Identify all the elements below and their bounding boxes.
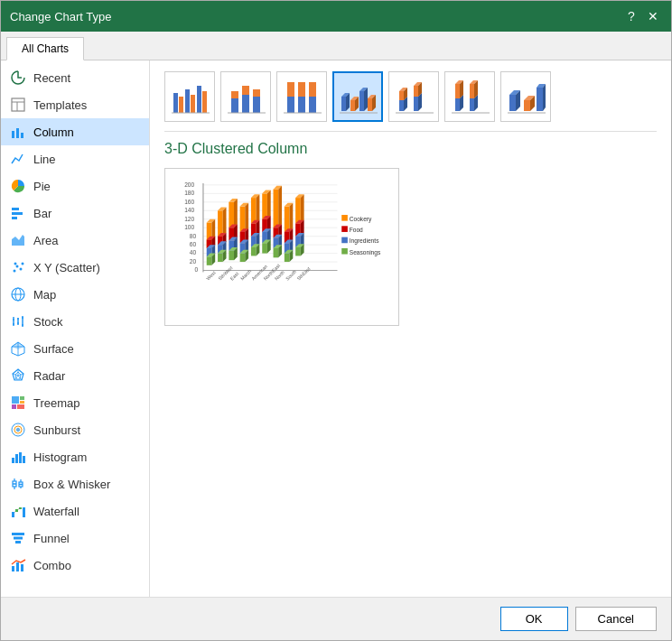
svg-rect-70 bbox=[173, 93, 178, 113]
chart-type-3d-stacked[interactable] bbox=[388, 71, 439, 122]
svg-point-11 bbox=[16, 265, 19, 268]
sidebar-label-bar: Bar bbox=[33, 207, 51, 220]
tab-all-charts[interactable]: All Charts bbox=[6, 37, 84, 60]
svg-text:60: 60 bbox=[190, 241, 197, 247]
svg-marker-225 bbox=[267, 190, 271, 219]
templates-icon bbox=[10, 97, 26, 113]
chart-types-row bbox=[164, 71, 657, 132]
svg-rect-0 bbox=[12, 98, 24, 111]
svg-rect-72 bbox=[185, 89, 190, 113]
sidebar-item-column[interactable]: Column bbox=[1, 118, 149, 145]
sidebar: Recent Templates bbox=[1, 60, 150, 597]
sidebar-item-funnel[interactable]: Funnel bbox=[1, 525, 149, 552]
sidebar-label-recent: Recent bbox=[33, 71, 70, 85]
svg-rect-74 bbox=[197, 86, 201, 113]
sidebar-item-xy[interactable]: X Y (Scatter) bbox=[1, 254, 149, 281]
chart-type-3d-100pct[interactable] bbox=[444, 71, 495, 122]
svg-rect-85 bbox=[287, 82, 294, 97]
svg-marker-172 bbox=[207, 256, 212, 265]
svg-rect-66 bbox=[15, 541, 21, 543]
chart-type-stacked-col[interactable] bbox=[220, 71, 271, 122]
svg-text:40: 40 bbox=[190, 249, 197, 255]
dialog-title: Change Chart Type bbox=[10, 10, 112, 23]
sidebar-item-surface[interactable]: Surface bbox=[1, 335, 149, 362]
help-button[interactable]: ? bbox=[622, 7, 640, 25]
svg-rect-84 bbox=[287, 97, 294, 113]
svg-marker-237 bbox=[278, 186, 282, 228]
close-button[interactable]: ✕ bbox=[644, 7, 662, 25]
sidebar-item-templates[interactable]: Templates bbox=[1, 91, 149, 118]
sidebar-item-waterfall[interactable]: Waterfall bbox=[1, 497, 149, 525]
svg-marker-117 bbox=[455, 98, 460, 111]
svg-rect-60 bbox=[19, 507, 22, 509]
sidebar-label-boxwhisker: Box & Whisker bbox=[33, 478, 110, 491]
sidebar-item-radar[interactable]: Radar bbox=[1, 362, 149, 389]
svg-marker-268 bbox=[295, 247, 301, 255]
svg-rect-67 bbox=[12, 566, 14, 571]
svg-marker-123 bbox=[470, 98, 474, 111]
sidebar-item-line[interactable]: Line bbox=[1, 145, 149, 172]
svg-marker-110 bbox=[414, 97, 418, 111]
svg-rect-284 bbox=[341, 237, 348, 244]
svg-marker-126 bbox=[470, 84, 474, 98]
svg-rect-50 bbox=[19, 452, 22, 463]
cancel-button[interactable]: Cancel bbox=[575, 607, 657, 631]
svg-rect-41 bbox=[12, 404, 16, 409]
svg-text:180: 180 bbox=[184, 190, 194, 196]
bar-icon bbox=[10, 205, 26, 221]
sidebar-item-boxwhisker[interactable]: Box & Whisker bbox=[1, 470, 149, 497]
svg-marker-104 bbox=[399, 100, 404, 111]
svg-rect-87 bbox=[298, 82, 305, 97]
svg-rect-3 bbox=[12, 131, 14, 138]
sidebar-item-pie[interactable]: Pie bbox=[1, 172, 149, 200]
svg-marker-220 bbox=[251, 247, 257, 255]
sidebar-item-area[interactable]: Area bbox=[1, 227, 149, 254]
svg-rect-78 bbox=[231, 91, 238, 98]
sidebar-item-stock[interactable]: Stock bbox=[1, 308, 149, 335]
svg-rect-4 bbox=[16, 128, 19, 138]
sidebar-item-recent[interactable]: Recent bbox=[1, 64, 149, 91]
svg-marker-235 bbox=[274, 190, 279, 228]
svg-point-12 bbox=[20, 268, 23, 271]
sidebar-item-histogram[interactable]: Histogram bbox=[1, 443, 149, 470]
svg-rect-88 bbox=[309, 97, 316, 113]
svg-marker-196 bbox=[229, 251, 234, 260]
svg-marker-120 bbox=[455, 84, 460, 98]
svg-rect-40 bbox=[20, 401, 24, 404]
svg-rect-64 bbox=[12, 533, 24, 535]
sidebar-item-treemap[interactable]: Treemap bbox=[1, 389, 149, 416]
svg-text:Seasonings: Seasonings bbox=[350, 249, 381, 256]
svg-marker-208 bbox=[240, 254, 246, 262]
sidebar-item-bar[interactable]: Bar bbox=[1, 200, 149, 227]
chart-selected-title: 3-D Clustered Column bbox=[164, 141, 657, 157]
svg-marker-259 bbox=[295, 198, 301, 223]
svg-marker-97 bbox=[359, 91, 364, 111]
surface-icon bbox=[10, 340, 26, 357]
sidebar-item-combo[interactable]: Combo bbox=[1, 552, 149, 579]
svg-marker-249 bbox=[290, 203, 294, 232]
chart-type-clustered-col[interactable] bbox=[164, 71, 215, 122]
svg-rect-6 bbox=[12, 208, 19, 210]
svg-text:80: 80 bbox=[190, 233, 197, 239]
sidebar-item-map[interactable]: Map bbox=[1, 281, 149, 308]
svg-text:Food: Food bbox=[350, 227, 363, 233]
treemap-icon bbox=[10, 395, 26, 411]
svg-marker-94 bbox=[350, 100, 355, 111]
sidebar-label-column: Column bbox=[33, 125, 74, 139]
chart-type-3d-column[interactable] bbox=[500, 71, 551, 122]
chart-type-3d-clustered[interactable] bbox=[332, 71, 383, 122]
svg-text:120: 120 bbox=[184, 216, 194, 222]
svg-rect-51 bbox=[23, 456, 25, 463]
histogram-icon bbox=[10, 449, 26, 465]
title-bar-controls: ? ✕ bbox=[622, 7, 662, 25]
svg-text:0: 0 bbox=[194, 266, 198, 273]
sidebar-item-sunburst[interactable]: Sunburst bbox=[1, 416, 149, 443]
line-icon bbox=[10, 151, 26, 167]
ok-button[interactable]: OK bbox=[500, 607, 568, 631]
chart-type-100pct-stacked[interactable] bbox=[276, 71, 327, 122]
svg-rect-77 bbox=[231, 98, 238, 113]
svg-marker-199 bbox=[240, 207, 246, 232]
sidebar-label-map: Map bbox=[33, 288, 56, 302]
sidebar-label-xy: X Y (Scatter) bbox=[33, 261, 100, 274]
svg-rect-282 bbox=[341, 226, 348, 232]
